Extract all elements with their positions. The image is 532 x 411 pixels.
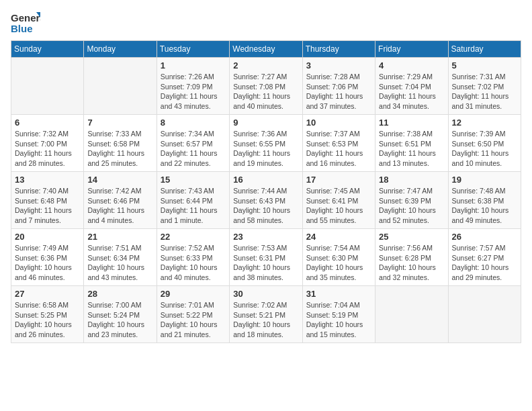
calendar-cell: 20Sunrise: 7:49 AM Sunset: 6:36 PM Dayli…	[11, 229, 84, 286]
calendar-cell: 28Sunrise: 7:00 AM Sunset: 5:24 PM Dayli…	[84, 286, 157, 343]
calendar-table: SundayMondayTuesdayWednesdayThursdayFrid…	[11, 40, 521, 343]
weekday-header-row: SundayMondayTuesdayWednesdayThursdayFrid…	[11, 41, 521, 58]
day-info: Sunrise: 7:38 AM Sunset: 6:51 PM Dayligh…	[379, 129, 444, 169]
day-info: Sunrise: 7:40 AM Sunset: 6:48 PM Dayligh…	[15, 186, 80, 226]
day-info: Sunrise: 7:42 AM Sunset: 6:46 PM Dayligh…	[87, 186, 152, 226]
svg-text:General: General	[11, 12, 40, 24]
calendar-cell: 29Sunrise: 7:01 AM Sunset: 5:22 PM Dayli…	[157, 286, 229, 343]
weekday-header: Thursday	[302, 41, 375, 58]
day-number: 13	[15, 175, 80, 185]
weekday-header: Friday	[375, 41, 448, 58]
day-info: Sunrise: 7:36 AM Sunset: 6:55 PM Dayligh…	[233, 129, 298, 169]
day-info: Sunrise: 7:47 AM Sunset: 6:39 PM Dayligh…	[379, 186, 444, 226]
calendar-cell: 27Sunrise: 6:58 AM Sunset: 5:25 PM Dayli…	[11, 286, 84, 343]
calendar-cell: 16Sunrise: 7:44 AM Sunset: 6:43 PM Dayli…	[230, 172, 302, 229]
day-number: 29	[161, 289, 226, 299]
day-number: 28	[87, 289, 152, 299]
weekday-header: Tuesday	[157, 41, 229, 58]
calendar-cell: 23Sunrise: 7:53 AM Sunset: 6:31 PM Dayli…	[230, 229, 302, 286]
calendar-cell: 25Sunrise: 7:56 AM Sunset: 6:28 PM Dayli…	[375, 229, 448, 286]
day-info: Sunrise: 7:34 AM Sunset: 6:57 PM Dayligh…	[161, 129, 226, 169]
day-number: 10	[306, 118, 371, 128]
calendar-cell: 2Sunrise: 7:27 AM Sunset: 7:08 PM Daylig…	[230, 58, 302, 115]
day-number: 8	[161, 118, 226, 128]
day-number: 23	[233, 232, 298, 242]
weekday-header: Monday	[84, 41, 157, 58]
calendar-cell: 5Sunrise: 7:31 AM Sunset: 7:02 PM Daylig…	[448, 58, 521, 115]
calendar-cell	[375, 286, 448, 343]
calendar-cell	[11, 58, 84, 115]
day-info: Sunrise: 7:54 AM Sunset: 6:30 PM Dayligh…	[306, 243, 371, 283]
calendar-cell: 4Sunrise: 7:29 AM Sunset: 7:04 PM Daylig…	[375, 58, 448, 115]
day-info: Sunrise: 7:52 AM Sunset: 6:33 PM Dayligh…	[161, 243, 226, 283]
day-number: 16	[233, 175, 298, 185]
day-info: Sunrise: 7:39 AM Sunset: 6:50 PM Dayligh…	[452, 129, 517, 169]
day-info: Sunrise: 7:48 AM Sunset: 6:38 PM Dayligh…	[452, 186, 517, 226]
day-number: 5	[452, 60, 517, 71]
calendar-cell: 10Sunrise: 7:37 AM Sunset: 6:53 PM Dayli…	[302, 115, 375, 172]
calendar-cell: 22Sunrise: 7:52 AM Sunset: 6:33 PM Dayli…	[157, 229, 229, 286]
day-info: Sunrise: 7:53 AM Sunset: 6:31 PM Dayligh…	[233, 243, 298, 283]
calendar-cell: 7Sunrise: 7:33 AM Sunset: 6:58 PM Daylig…	[84, 115, 157, 172]
calendar-cell	[84, 58, 157, 115]
day-info: Sunrise: 7:33 AM Sunset: 6:58 PM Dayligh…	[87, 129, 152, 169]
day-number: 19	[452, 175, 517, 185]
calendar-cell: 1Sunrise: 7:26 AM Sunset: 7:09 PM Daylig…	[157, 58, 229, 115]
day-info: Sunrise: 7:26 AM Sunset: 7:09 PM Dayligh…	[161, 72, 226, 111]
day-number: 14	[87, 175, 152, 185]
day-number: 7	[87, 118, 152, 128]
calendar-cell	[448, 286, 521, 343]
day-info: Sunrise: 7:57 AM Sunset: 6:27 PM Dayligh…	[452, 243, 517, 283]
day-number: 9	[233, 118, 298, 128]
day-number: 11	[379, 118, 444, 128]
weekday-header: Sunday	[11, 41, 84, 58]
calendar-cell: 19Sunrise: 7:48 AM Sunset: 6:38 PM Dayli…	[448, 172, 521, 229]
day-number: 1	[161, 60, 226, 71]
calendar-cell: 6Sunrise: 7:32 AM Sunset: 7:00 PM Daylig…	[11, 115, 84, 172]
day-info: Sunrise: 7:44 AM Sunset: 6:43 PM Dayligh…	[233, 186, 298, 226]
day-info: Sunrise: 7:28 AM Sunset: 7:06 PM Dayligh…	[306, 72, 371, 111]
day-number: 22	[161, 232, 226, 242]
day-info: Sunrise: 7:32 AM Sunset: 7:00 PM Dayligh…	[15, 129, 80, 169]
calendar-cell: 14Sunrise: 7:42 AM Sunset: 6:46 PM Dayli…	[84, 172, 157, 229]
calendar-week-row: 20Sunrise: 7:49 AM Sunset: 6:36 PM Dayli…	[11, 229, 521, 286]
day-info: Sunrise: 7:49 AM Sunset: 6:36 PM Dayligh…	[15, 243, 80, 283]
day-number: 30	[233, 289, 298, 299]
day-number: 21	[87, 232, 152, 242]
calendar-week-row: 27Sunrise: 6:58 AM Sunset: 5:25 PM Dayli…	[11, 286, 521, 343]
day-number: 27	[15, 289, 80, 299]
calendar-cell: 26Sunrise: 7:57 AM Sunset: 6:27 PM Dayli…	[448, 229, 521, 286]
day-info: Sunrise: 7:00 AM Sunset: 5:24 PM Dayligh…	[87, 300, 152, 340]
day-number: 25	[379, 232, 444, 242]
day-info: Sunrise: 6:58 AM Sunset: 5:25 PM Dayligh…	[15, 300, 80, 340]
day-info: Sunrise: 7:51 AM Sunset: 6:34 PM Dayligh…	[87, 243, 152, 283]
calendar-cell: 18Sunrise: 7:47 AM Sunset: 6:39 PM Dayli…	[375, 172, 448, 229]
calendar-cell: 13Sunrise: 7:40 AM Sunset: 6:48 PM Dayli…	[11, 172, 84, 229]
day-number: 2	[233, 60, 298, 71]
calendar-cell: 17Sunrise: 7:45 AM Sunset: 6:41 PM Dayli…	[302, 172, 375, 229]
weekday-header: Wednesday	[230, 41, 302, 58]
day-number: 18	[379, 175, 444, 185]
day-info: Sunrise: 7:43 AM Sunset: 6:44 PM Dayligh…	[161, 186, 226, 226]
calendar-cell: 24Sunrise: 7:54 AM Sunset: 6:30 PM Dayli…	[302, 229, 375, 286]
day-number: 31	[306, 289, 371, 299]
day-info: Sunrise: 7:01 AM Sunset: 5:22 PM Dayligh…	[161, 300, 226, 340]
day-number: 24	[306, 232, 371, 242]
calendar-cell: 9Sunrise: 7:36 AM Sunset: 6:55 PM Daylig…	[230, 115, 302, 172]
day-number: 15	[161, 175, 226, 185]
logo-svg: General Blue	[11, 11, 40, 35]
day-number: 12	[452, 118, 517, 128]
day-info: Sunrise: 7:45 AM Sunset: 6:41 PM Dayligh…	[306, 186, 371, 226]
calendar-week-row: 13Sunrise: 7:40 AM Sunset: 6:48 PM Dayli…	[11, 172, 521, 229]
day-info: Sunrise: 7:56 AM Sunset: 6:28 PM Dayligh…	[379, 243, 444, 283]
day-number: 17	[306, 175, 371, 185]
calendar-cell: 15Sunrise: 7:43 AM Sunset: 6:44 PM Dayli…	[157, 172, 229, 229]
day-number: 26	[452, 232, 517, 242]
day-info: Sunrise: 7:02 AM Sunset: 5:21 PM Dayligh…	[233, 300, 298, 340]
calendar-cell: 31Sunrise: 7:04 AM Sunset: 5:19 PM Dayli…	[302, 286, 375, 343]
day-number: 4	[379, 60, 444, 71]
day-number: 6	[15, 118, 80, 128]
calendar-week-row: 6Sunrise: 7:32 AM Sunset: 7:00 PM Daylig…	[11, 115, 521, 172]
day-info: Sunrise: 7:37 AM Sunset: 6:53 PM Dayligh…	[306, 129, 371, 169]
day-info: Sunrise: 7:27 AM Sunset: 7:08 PM Dayligh…	[233, 72, 298, 111]
